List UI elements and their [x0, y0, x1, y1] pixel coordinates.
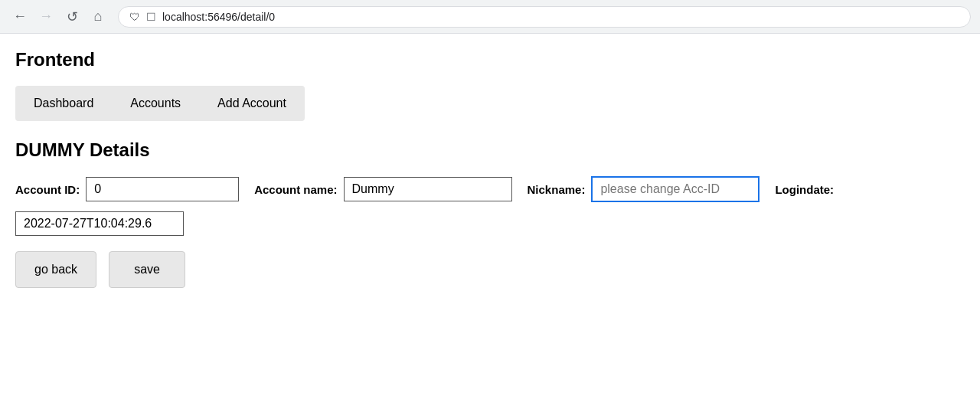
- nickname-input[interactable]: [591, 176, 760, 202]
- tab-accounts[interactable]: Accounts: [112, 86, 199, 121]
- nickname-label: Nickname:: [528, 183, 586, 196]
- detail-section: DUMMY Details Account ID: Account name: …: [15, 139, 965, 288]
- site-title: Frontend: [15, 49, 965, 70]
- account-id-label: Account ID:: [15, 183, 80, 196]
- logindate-label: Logindate:: [775, 183, 834, 196]
- go-back-button[interactable]: go back: [15, 251, 96, 288]
- nav-tabs: Dashboard Accounts Add Account: [15, 86, 305, 121]
- save-button[interactable]: save: [109, 251, 185, 288]
- address-text: localhost:56496/detail/0: [162, 11, 275, 23]
- address-bar[interactable]: 🛡 ☐ localhost:56496/detail/0: [118, 6, 971, 28]
- tab-add-account[interactable]: Add Account: [199, 86, 305, 121]
- page-content: Frontend Dashboard Accounts Add Account …: [0, 34, 980, 303]
- reload-button[interactable]: ↺: [61, 6, 83, 28]
- shield-icon: 🛡: [129, 11, 140, 23]
- nav-buttons: ← → ↺ ⌂: [9, 6, 109, 28]
- browser-chrome: ← → ↺ ⌂ 🛡 ☐ localhost:56496/detail/0: [0, 0, 980, 34]
- logindate-value: 2022-07-27T10:04:29.6: [15, 211, 184, 236]
- page-icon: ☐: [146, 11, 156, 23]
- account-id-input[interactable]: [86, 177, 239, 201]
- button-row: go back save: [15, 251, 965, 288]
- account-name-label: Account name:: [254, 183, 337, 196]
- back-button[interactable]: ←: [9, 6, 31, 28]
- form-main-row: Account ID: Account name: Nickname: Logi…: [15, 176, 965, 202]
- detail-title: DUMMY Details: [15, 139, 965, 161]
- forward-button[interactable]: →: [35, 6, 57, 28]
- tab-dashboard[interactable]: Dashboard: [15, 86, 112, 121]
- logindate-row: 2022-07-27T10:04:29.6: [15, 205, 965, 236]
- account-name-input[interactable]: [344, 177, 512, 201]
- home-button[interactable]: ⌂: [87, 6, 109, 28]
